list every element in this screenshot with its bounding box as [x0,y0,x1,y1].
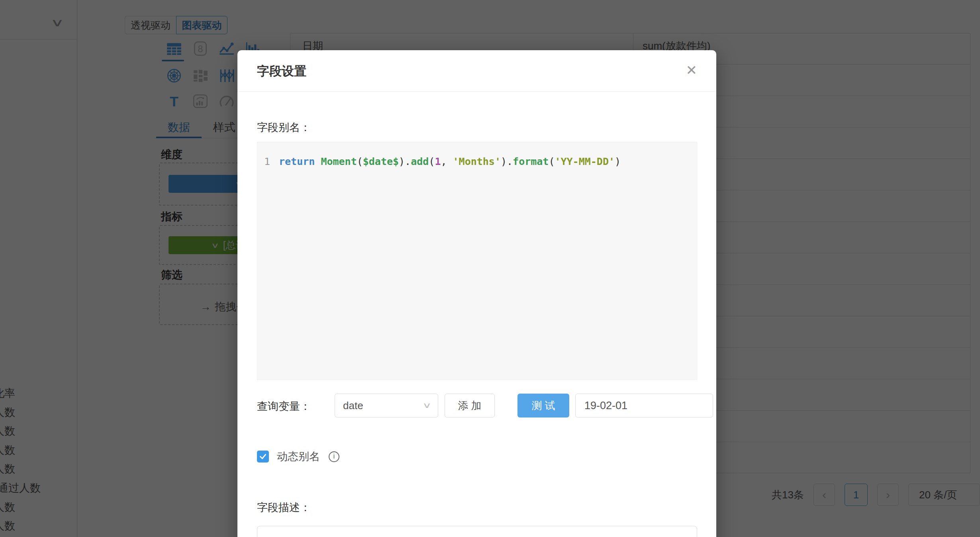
info-icon[interactable]: i [329,451,339,462]
modal-title: 字段设置 [257,63,306,80]
dynamic-alias-checkbox[interactable] [257,451,269,463]
test-button[interactable]: 测 试 [517,394,569,417]
close-icon[interactable]: ✕ [686,62,698,78]
field-settings-modal: 字段设置 ✕ 字段别名： 1 return Moment($date$).add… [237,50,716,537]
code-line-content: return Moment($date$).add(1, 'Months').f… [279,156,621,167]
query-variable-row: 查询变量： date ∨ 添 加 测 试 ✕ [257,394,697,417]
description-label: 字段描述： [257,500,311,515]
line-number: 1 [257,156,279,167]
test-result-input[interactable] [576,394,713,417]
alias-label: 字段别名： [257,120,311,135]
add-button[interactable]: 添 加 [445,394,495,417]
select-value: date [343,400,363,412]
query-variable-select[interactable]: date ∨ [335,394,438,417]
app-window: ∨ 化率人数人数人数人数通过人数人数人数 透视驱动图表驱动 8 wordclou… [0,0,980,537]
modal-header: 字段设置 ✕ [237,50,716,92]
test-result-group: ✕ [575,394,713,417]
code-line: 1 return Moment($date$).add(1, 'Months')… [257,142,697,167]
dynamic-alias-label: 动态别名 [277,449,320,464]
chevron-down-icon: ∨ [423,396,432,415]
description-input[interactable] [257,526,697,537]
code-editor[interactable]: 1 return Moment($date$).add(1, 'Months')… [257,142,697,380]
query-variable-label: 查询变量： [257,399,311,414]
dynamic-alias-row: 动态别名 i [257,450,339,463]
